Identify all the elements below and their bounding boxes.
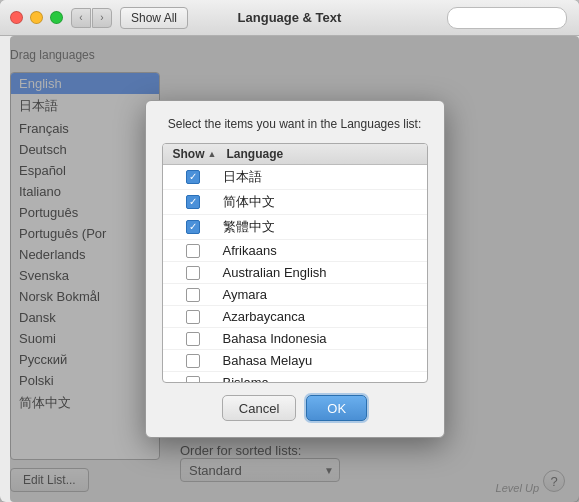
search-input[interactable] <box>447 7 567 29</box>
close-button[interactable] <box>10 11 23 24</box>
checkbox-cell <box>163 244 223 258</box>
modal-language-name: Azarbaycanca <box>223 309 427 324</box>
cancel-button[interactable]: Cancel <box>222 395 296 421</box>
modal-language-name: 繁體中文 <box>223 218 427 236</box>
modal-language-name: Aymara <box>223 287 427 302</box>
language-checkbox[interactable] <box>186 244 200 258</box>
titlebar: ‹ › Show All Language & Text <box>0 0 579 36</box>
modal-language-name: Bislama <box>223 375 427 382</box>
language-checkbox[interactable] <box>186 310 200 324</box>
checkbox-cell <box>163 310 223 324</box>
right-panel: Select the items you want in the Languag… <box>170 46 569 492</box>
minimize-button[interactable] <box>30 11 43 24</box>
checkbox-cell <box>163 195 223 209</box>
modal-dialog: Select the items you want in the Languag… <box>145 100 445 438</box>
language-checkbox[interactable] <box>186 354 200 368</box>
language-checkbox[interactable] <box>186 220 200 234</box>
checkbox-cell <box>163 354 223 368</box>
show-all-button[interactable]: Show All <box>120 7 188 29</box>
modal-language-name: 日本語 <box>223 168 427 186</box>
traffic-lights <box>10 11 63 24</box>
modal-lang-item[interactable]: Azarbaycanca <box>163 306 427 328</box>
checkbox-cell <box>163 266 223 280</box>
modal-language-name: 简体中文 <box>223 193 427 211</box>
language-checkbox[interactable] <box>186 170 200 184</box>
modal-language-name: Bahasa Melayu <box>223 353 427 368</box>
modal-lang-item[interactable]: Aymara <box>163 284 427 306</box>
app-window: ‹ › Show All Language & Text Drag langua… <box>0 0 579 502</box>
maximize-button[interactable] <box>50 11 63 24</box>
modal-lang-item[interactable]: Australian English <box>163 262 427 284</box>
checkbox-cell <box>163 170 223 184</box>
checkbox-cell <box>163 220 223 234</box>
checkbox-cell <box>163 288 223 302</box>
ok-button[interactable]: OK <box>306 395 367 421</box>
modal-list: Show ▲ Language 日本語简体中文繁體中文AfrikaansAust… <box>162 143 428 383</box>
col-show-label: Show <box>173 147 205 161</box>
modal-lang-item[interactable]: 繁體中文 <box>163 215 427 240</box>
col-show-header[interactable]: Show ▲ <box>163 147 223 161</box>
checkbox-cell <box>163 332 223 346</box>
language-checkbox[interactable] <box>186 376 200 383</box>
modal-list-scroll[interactable]: 日本語简体中文繁體中文AfrikaansAustralian EnglishAy… <box>163 165 427 382</box>
checkbox-cell <box>163 376 223 383</box>
modal-lang-item[interactable]: Bislama <box>163 372 427 382</box>
language-checkbox[interactable] <box>186 266 200 280</box>
back-button[interactable]: ‹ <box>71 8 91 28</box>
modal-lang-item[interactable]: Bahasa Indonesia <box>163 328 427 350</box>
modal-language-name: Australian English <box>223 265 427 280</box>
modal-lang-item[interactable]: 日本語 <box>163 165 427 190</box>
col-language-header: Language <box>223 147 427 161</box>
modal-lang-item[interactable]: 简体中文 <box>163 190 427 215</box>
main-content: Drag languages English日本語FrançaisDeutsch… <box>0 36 579 502</box>
forward-button[interactable]: › <box>92 8 112 28</box>
sort-arrow-icon: ▲ <box>208 149 217 159</box>
modal-language-name: Bahasa Indonesia <box>223 331 427 346</box>
modal-buttons: Cancel OK <box>162 395 428 421</box>
language-checkbox[interactable] <box>186 332 200 346</box>
language-checkbox[interactable] <box>186 195 200 209</box>
modal-list-header: Show ▲ Language <box>163 144 427 165</box>
modal-lang-item[interactable]: Bahasa Melayu <box>163 350 427 372</box>
modal-title: Select the items you want in the Languag… <box>162 117 428 131</box>
modal-lang-item[interactable]: Afrikaans <box>163 240 427 262</box>
window-title: Language & Text <box>238 10 342 25</box>
modal-language-name: Afrikaans <box>223 243 427 258</box>
nav-buttons: ‹ › <box>71 8 112 28</box>
language-checkbox[interactable] <box>186 288 200 302</box>
modal-overlay: Select the items you want in the Languag… <box>10 36 579 502</box>
